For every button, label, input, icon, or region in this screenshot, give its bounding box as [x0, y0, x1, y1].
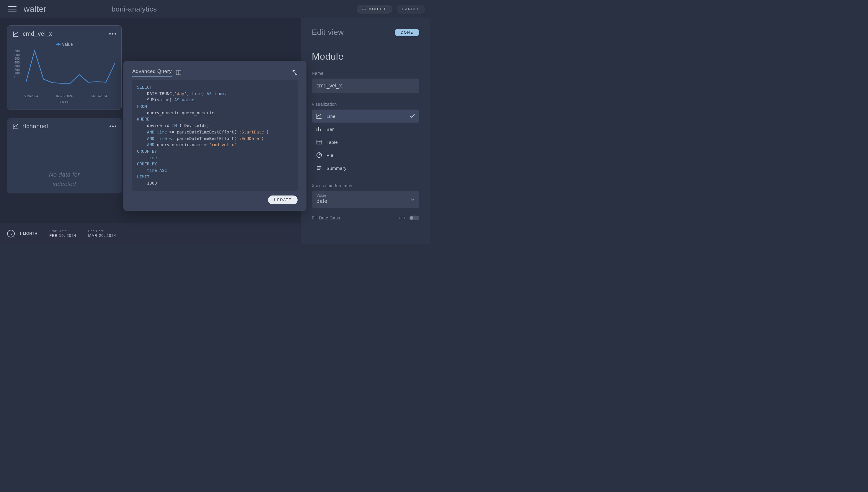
visualization-label: Visualization: [312, 102, 419, 106]
name-input[interactable]: [312, 78, 419, 93]
update-button[interactable]: UPDATE: [268, 196, 298, 204]
fill-gaps-toggle[interactable]: [409, 216, 419, 220]
vis-option-table[interactable]: Table: [312, 136, 419, 149]
done-button[interactable]: DONE: [395, 29, 419, 36]
mini-line-chart: 7006005004003002001000: [13, 49, 116, 93]
no-data-message: No data for selected: [12, 134, 116, 189]
modal-title[interactable]: Advanced Query: [132, 69, 172, 76]
module-menu-icon[interactable]: [109, 33, 116, 34]
start-date-block[interactable]: Start Date FEB 19, 2024: [49, 229, 76, 238]
line-chart-icon: [13, 31, 19, 37]
section-title: Module: [312, 51, 419, 62]
toggle-state: OFF: [399, 216, 406, 220]
dashboard-area: cmd_vel_x value 7006005004003002001000: [0, 18, 301, 244]
edit-view-title: Edit view: [312, 28, 344, 37]
module-menu-icon[interactable]: [109, 125, 116, 127]
line-chart-icon: [12, 123, 19, 130]
range-label[interactable]: 1 MONTH: [20, 231, 37, 236]
x-axis-ticks: 02-19-202402-29-202403-13-2024: [13, 95, 116, 98]
table-icon[interactable]: [176, 70, 181, 75]
bar-icon: [316, 126, 323, 132]
summary-icon: [316, 165, 323, 171]
vis-option-pie[interactable]: Pie: [312, 149, 419, 162]
vis-option-summary[interactable]: Summary: [312, 162, 419, 175]
add-module-button[interactable]: MODULE: [357, 5, 392, 14]
y-axis-ticks: 7006005004003002001000: [15, 50, 20, 79]
name-label: Name: [312, 71, 419, 76]
pie-icon: [316, 152, 323, 158]
module-card-cmd-vel-x[interactable]: cmd_vel_x value 7006005004003002001000: [7, 25, 122, 110]
date-range-bar: 1 MONTH Start Date FEB 19, 2024 End Date…: [0, 223, 301, 244]
chevron-down-icon: [411, 198, 414, 201]
vis-option-line[interactable]: Line: [312, 109, 419, 123]
clock-icon: [7, 230, 15, 238]
cancel-button[interactable]: CANCEL: [397, 5, 425, 14]
app-header: walter boni-analytics MODULE CANCEL: [0, 0, 430, 18]
xaxis-formatter-label: X axis time formatter: [312, 183, 419, 188]
expand-icon[interactable]: [292, 70, 298, 75]
hamburger-icon[interactable]: [8, 6, 17, 12]
check-icon: [410, 114, 415, 118]
legend-marker-icon: [56, 44, 60, 45]
edit-panel: Edit view DONE Module Name Visualization…: [301, 18, 430, 244]
xaxis-formatter-select[interactable]: Value date: [312, 191, 419, 208]
vis-option-bar[interactable]: Bar: [312, 123, 419, 136]
x-axis-label: DATE: [13, 100, 116, 104]
module-title: cmd_vel_x: [23, 30, 106, 37]
visualization-list: LineBarTablePieSummary: [312, 109, 419, 175]
plus-icon: [362, 7, 366, 11]
table-icon: [316, 139, 323, 145]
fill-gaps-label: Fill Date Gaps: [312, 216, 340, 220]
module-title: rfchannel: [22, 123, 106, 130]
chart-legend: value: [13, 42, 116, 47]
sql-editor[interactable]: SELECT DATE_TRUNC('day', time) AS time, …: [132, 80, 298, 191]
page-title: boni-analytics: [111, 5, 357, 13]
module-card-rfchannel[interactable]: rfchannel No data for selected: [7, 118, 122, 193]
brand-name: walter: [24, 4, 47, 14]
advanced-query-modal: Advanced Query SELECT DATE_TRUNC('day', …: [123, 61, 306, 211]
line-icon: [316, 113, 323, 119]
end-date-block[interactable]: End Date MAR 20, 2024: [88, 229, 116, 238]
